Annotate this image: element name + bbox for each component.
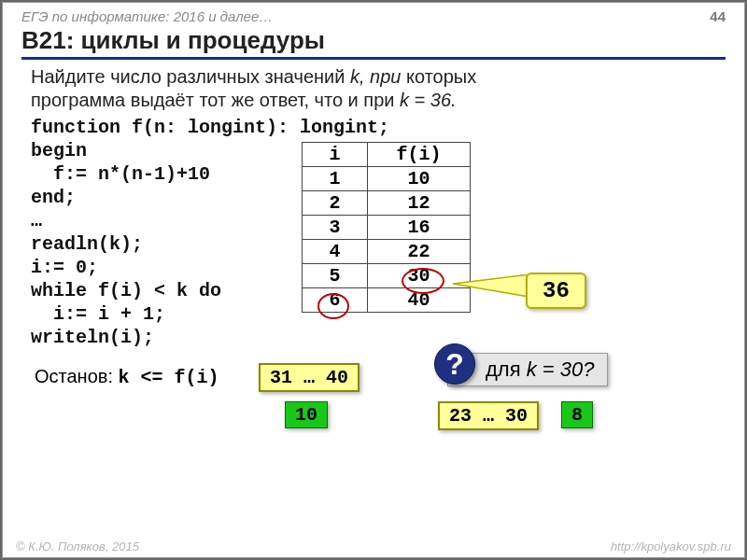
content-area: function f(n: longint): longint; begin f… xyxy=(31,116,716,349)
question-badge: ? xyxy=(434,343,475,385)
copyright: © К.Ю. Поляков, 2015 xyxy=(16,539,139,553)
col-i: i xyxy=(303,143,368,167)
stop-text: Останов: k <= f(i) xyxy=(35,366,219,388)
range-box-1: 31 … 40 xyxy=(259,363,359,392)
range-box-2: 23 … 30 xyxy=(438,401,539,430)
callout-36: 36 xyxy=(526,273,586,309)
answer-10: 10 xyxy=(285,401,328,428)
header-left: ЕГЭ по информатике: 2016 и далее… xyxy=(21,8,273,24)
table-row: 212 xyxy=(303,191,471,216)
stop-label: Останов: xyxy=(35,366,119,386)
table-row: 530 xyxy=(303,264,471,288)
task-part: программа выдаёт тот же ответ, что и при xyxy=(31,90,400,110)
task-part: Найдите число различных значений xyxy=(31,66,350,87)
forq-pre: для xyxy=(486,357,527,381)
slide-title: B21: циклы и процедуры xyxy=(21,26,726,60)
svg-marker-0 xyxy=(453,274,529,297)
table-header-row: i f(i) xyxy=(303,143,471,167)
stop-condition: k <= f(i) xyxy=(119,367,219,388)
page-number: 44 xyxy=(710,8,726,24)
task-k: k, при xyxy=(350,66,406,87)
task-part: которых xyxy=(406,66,476,87)
task-text: Найдите число различных значений k, при … xyxy=(31,65,716,112)
forq-k: k = 30? xyxy=(527,357,595,381)
answer-8: 8 xyxy=(561,401,593,428)
col-fi: f(i) xyxy=(368,143,471,167)
table-row: 110 xyxy=(303,167,471,191)
task-k2: k = 36. xyxy=(400,90,457,110)
footer: © К.Ю. Поляков, 2015 http://kpolyakov.sp… xyxy=(16,539,731,553)
value-table: i f(i) 110 212 316 422 530 640 xyxy=(302,142,471,313)
table-row: 422 xyxy=(303,240,471,264)
circle-6 xyxy=(317,293,349,319)
circle-30 xyxy=(402,268,444,294)
callout-pointer xyxy=(453,274,531,308)
header: ЕГЭ по информатике: 2016 и далее… 44 xyxy=(3,3,744,24)
table-row: 316 xyxy=(303,216,471,240)
footer-url: http://kpolyakov.spb.ru xyxy=(611,539,731,553)
slide: ЕГЭ по информатике: 2016 и далее… 44 B21… xyxy=(2,2,745,558)
